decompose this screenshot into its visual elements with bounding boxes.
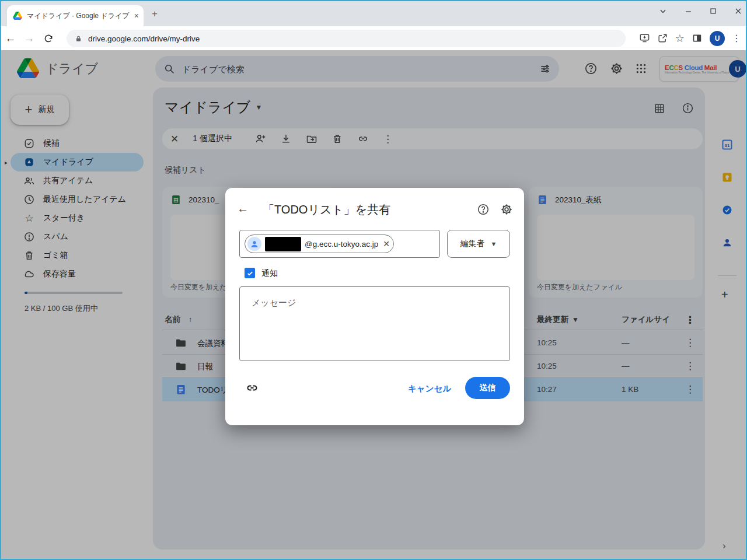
cancel-button[interactable]: キャンセル <box>408 383 451 394</box>
share-dialog-title: 「TODOリスト」を共有 <box>263 202 390 218</box>
share-recipient-input[interactable]: @g.ecc.u-tokyo.ac.jp ✕ <box>239 230 440 258</box>
send-button[interactable]: 送信 <box>465 377 510 399</box>
tab-title: マイドライブ - Google ドライブ <box>27 11 130 21</box>
redacted-name <box>265 237 301 251</box>
browser-tab-strip: マイドライブ - Google ドライブ × + <box>1 1 746 26</box>
back-arrow-icon[interactable]: ← <box>237 202 249 215</box>
browser-profile-avatar[interactable]: U <box>710 31 725 46</box>
notify-label: 通知 <box>261 268 278 279</box>
share-help-icon[interactable] <box>477 203 490 216</box>
lock-icon[interactable] <box>75 35 82 43</box>
url-bar[interactable]: drive.google.com/drive/my-drive <box>67 30 626 47</box>
side-panel-icon[interactable] <box>692 33 703 44</box>
tab-search-icon[interactable] <box>659 7 667 15</box>
share-settings-gear-icon[interactable] <box>500 203 513 216</box>
reload-button[interactable] <box>43 33 54 44</box>
copy-link-icon[interactable] <box>245 381 259 395</box>
recipient-chip[interactable]: @g.ecc.u-tokyo.ac.jp ✕ <box>245 235 394 253</box>
window-close-button[interactable] <box>734 7 742 15</box>
recipient-email: @g.ecc.u-tokyo.ac.jp <box>305 240 378 249</box>
window-minimize-button[interactable] <box>685 8 692 15</box>
tab-close-icon[interactable]: × <box>134 11 139 20</box>
forward-button[interactable]: → <box>20 32 39 45</box>
share-dialog: ← 「TODOリスト」を共有 @g.ecc.u-tokyo.ac.jp ✕ 編集… <box>225 188 524 425</box>
role-dropdown[interactable]: 編集者 ▼ <box>447 230 510 258</box>
person-avatar-icon <box>247 237 261 251</box>
browser-tab[interactable]: マイドライブ - Google ドライブ × <box>7 5 144 26</box>
install-icon[interactable] <box>639 33 650 44</box>
new-tab-button[interactable]: + <box>152 8 158 20</box>
chevron-down-icon: ▼ <box>491 240 497 247</box>
browser-toolbar: ← → drive.google.com/drive/my-drive ☆ U … <box>1 26 746 50</box>
drive-favicon <box>13 12 22 20</box>
window-maximize-button[interactable] <box>710 8 717 15</box>
url-text: drive.google.com/drive/my-drive <box>88 34 200 43</box>
back-button[interactable]: ← <box>1 32 20 45</box>
drive-app: ドライブ <box>1 50 746 559</box>
remove-chip-icon[interactable]: ✕ <box>383 239 390 249</box>
browser-menu-icon[interactable]: ⋮ <box>732 33 741 44</box>
share-icon[interactable] <box>657 33 668 44</box>
role-label: 編集者 <box>460 239 485 249</box>
bookmark-star-icon[interactable]: ☆ <box>675 32 685 45</box>
notify-checkbox[interactable] <box>245 268 255 278</box>
message-textarea[interactable] <box>239 286 510 361</box>
screenshot-root: { "browser": { "tab_title": "マイドライブ - Go… <box>0 0 747 560</box>
